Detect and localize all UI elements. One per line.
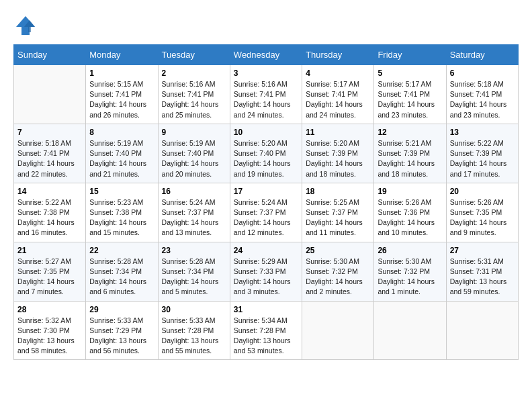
day-info: Sunrise: 5:28 AM Sunset: 7:34 PM Dayligh… — [162, 257, 226, 298]
day-number: 2 — [162, 68, 226, 78]
calendar-cell: 8Sunrise: 5:19 AM Sunset: 7:40 PM Daylig… — [86, 124, 158, 183]
day-number: 18 — [306, 187, 370, 196]
day-info: Sunrise: 5:26 AM Sunset: 7:35 PM Dayligh… — [450, 197, 515, 238]
day-info: Sunrise: 5:24 AM Sunset: 7:37 PM Dayligh… — [234, 197, 298, 238]
day-info: Sunrise: 5:30 AM Sunset: 7:32 PM Dayligh… — [306, 257, 370, 298]
day-info: Sunrise: 5:20 AM Sunset: 7:40 PM Dayligh… — [234, 138, 298, 179]
day-info: Sunrise: 5:23 AM Sunset: 7:38 PM Dayligh… — [89, 197, 154, 238]
day-info: Sunrise: 5:19 AM Sunset: 7:40 PM Dayligh… — [89, 138, 154, 179]
day-info: Sunrise: 5:20 AM Sunset: 7:39 PM Dayligh… — [306, 138, 370, 179]
day-number: 3 — [234, 68, 298, 78]
calendar-cell: 12Sunrise: 5:21 AM Sunset: 7:39 PM Dayli… — [374, 124, 446, 183]
day-info: Sunrise: 5:24 AM Sunset: 7:37 PM Dayligh… — [162, 197, 226, 238]
calendar-cell: 5Sunrise: 5:17 AM Sunset: 7:41 PM Daylig… — [374, 65, 446, 124]
day-number: 8 — [89, 128, 154, 137]
day-info: Sunrise: 5:22 AM Sunset: 7:38 PM Dayligh… — [17, 197, 82, 238]
calendar-cell: 25Sunrise: 5:30 AM Sunset: 7:32 PM Dayli… — [302, 242, 374, 301]
calendar-cell: 14Sunrise: 5:22 AM Sunset: 7:38 PM Dayli… — [14, 183, 86, 242]
day-info: Sunrise: 5:16 AM Sunset: 7:41 PM Dayligh… — [162, 79, 226, 120]
column-header-friday: Friday — [374, 45, 446, 65]
calendar-cell: 23Sunrise: 5:28 AM Sunset: 7:34 PM Dayli… — [158, 242, 230, 301]
day-info: Sunrise: 5:33 AM Sunset: 7:29 PM Dayligh… — [89, 316, 154, 357]
calendar-cell: 21Sunrise: 5:27 AM Sunset: 7:35 PM Dayli… — [14, 242, 86, 301]
calendar-cell: 6Sunrise: 5:18 AM Sunset: 7:41 PM Daylig… — [446, 65, 518, 124]
calendar-cell: 9Sunrise: 5:19 AM Sunset: 7:40 PM Daylig… — [158, 124, 230, 183]
calendar-cell: 11Sunrise: 5:20 AM Sunset: 7:39 PM Dayli… — [302, 124, 374, 183]
day-number: 31 — [234, 305, 298, 314]
logo — [13, 13, 40, 38]
page-header — [13, 13, 519, 38]
day-number: 25 — [306, 246, 370, 255]
day-number: 24 — [234, 246, 298, 255]
calendar-cell — [302, 301, 374, 360]
day-number: 16 — [162, 187, 226, 196]
calendar-cell: 18Sunrise: 5:25 AM Sunset: 7:37 PM Dayli… — [302, 183, 374, 242]
day-info: Sunrise: 5:25 AM Sunset: 7:37 PM Dayligh… — [306, 197, 370, 238]
calendar-cell: 31Sunrise: 5:34 AM Sunset: 7:28 PM Dayli… — [230, 301, 302, 360]
calendar-cell: 19Sunrise: 5:26 AM Sunset: 7:36 PM Dayli… — [374, 183, 446, 242]
day-info: Sunrise: 5:34 AM Sunset: 7:28 PM Dayligh… — [234, 316, 298, 357]
calendar-cell: 30Sunrise: 5:33 AM Sunset: 7:28 PM Dayli… — [158, 301, 230, 360]
calendar-table: SundayMondayTuesdayWednesdayThursdayFrid… — [13, 44, 519, 360]
calendar-header-row: SundayMondayTuesdayWednesdayThursdayFrid… — [14, 45, 519, 65]
day-number: 7 — [17, 128, 82, 137]
calendar-cell: 26Sunrise: 5:30 AM Sunset: 7:32 PM Dayli… — [374, 242, 446, 301]
calendar-cell — [14, 65, 86, 124]
day-number: 11 — [306, 128, 370, 137]
column-header-thursday: Thursday — [302, 45, 374, 65]
calendar-cell: 20Sunrise: 5:26 AM Sunset: 7:35 PM Dayli… — [446, 183, 518, 242]
day-number: 19 — [378, 187, 442, 196]
day-number: 6 — [450, 68, 515, 78]
calendar-cell: 22Sunrise: 5:28 AM Sunset: 7:34 PM Dayli… — [86, 242, 158, 301]
calendar-cell: 29Sunrise: 5:33 AM Sunset: 7:29 PM Dayli… — [86, 301, 158, 360]
day-info: Sunrise: 5:17 AM Sunset: 7:41 PM Dayligh… — [378, 79, 442, 120]
day-info: Sunrise: 5:26 AM Sunset: 7:36 PM Dayligh… — [378, 197, 442, 238]
day-info: Sunrise: 5:30 AM Sunset: 7:32 PM Dayligh… — [378, 257, 442, 298]
day-info: Sunrise: 5:28 AM Sunset: 7:34 PM Dayligh… — [89, 257, 154, 298]
day-info: Sunrise: 5:18 AM Sunset: 7:41 PM Dayligh… — [17, 138, 82, 179]
day-info: Sunrise: 5:21 AM Sunset: 7:39 PM Dayligh… — [378, 138, 442, 179]
day-info: Sunrise: 5:17 AM Sunset: 7:41 PM Dayligh… — [306, 79, 370, 120]
calendar-cell: 3Sunrise: 5:16 AM Sunset: 7:41 PM Daylig… — [230, 65, 302, 124]
calendar-cell: 4Sunrise: 5:17 AM Sunset: 7:41 PM Daylig… — [302, 65, 374, 124]
calendar-cell: 15Sunrise: 5:23 AM Sunset: 7:38 PM Dayli… — [86, 183, 158, 242]
calendar-cell: 2Sunrise: 5:16 AM Sunset: 7:41 PM Daylig… — [158, 65, 230, 124]
calendar-cell: 7Sunrise: 5:18 AM Sunset: 7:41 PM Daylig… — [14, 124, 86, 183]
day-number: 22 — [89, 246, 154, 255]
calendar-cell: 28Sunrise: 5:32 AM Sunset: 7:30 PM Dayli… — [14, 301, 86, 360]
calendar-cell: 17Sunrise: 5:24 AM Sunset: 7:37 PM Dayli… — [230, 183, 302, 242]
calendar-week-row: 14Sunrise: 5:22 AM Sunset: 7:38 PM Dayli… — [14, 183, 519, 242]
day-info: Sunrise: 5:32 AM Sunset: 7:30 PM Dayligh… — [17, 316, 82, 357]
day-info: Sunrise: 5:29 AM Sunset: 7:33 PM Dayligh… — [234, 257, 298, 298]
calendar-cell — [374, 301, 446, 360]
calendar-week-row: 21Sunrise: 5:27 AM Sunset: 7:35 PM Dayli… — [14, 242, 519, 301]
calendar-cell: 10Sunrise: 5:20 AM Sunset: 7:40 PM Dayli… — [230, 124, 302, 183]
day-info: Sunrise: 5:16 AM Sunset: 7:41 PM Dayligh… — [234, 79, 298, 120]
day-info: Sunrise: 5:19 AM Sunset: 7:40 PM Dayligh… — [162, 138, 226, 179]
calendar-cell: 24Sunrise: 5:29 AM Sunset: 7:33 PM Dayli… — [230, 242, 302, 301]
day-number: 20 — [450, 187, 515, 196]
day-info: Sunrise: 5:33 AM Sunset: 7:28 PM Dayligh… — [162, 316, 226, 357]
day-number: 1 — [89, 68, 154, 78]
day-info: Sunrise: 5:15 AM Sunset: 7:41 PM Dayligh… — [89, 79, 154, 120]
calendar-cell: 16Sunrise: 5:24 AM Sunset: 7:37 PM Dayli… — [158, 183, 230, 242]
column-header-wednesday: Wednesday — [230, 45, 302, 65]
calendar-week-row: 7Sunrise: 5:18 AM Sunset: 7:41 PM Daylig… — [14, 124, 519, 183]
day-number: 15 — [89, 187, 154, 196]
day-number: 28 — [17, 305, 82, 314]
day-number: 12 — [378, 128, 442, 137]
calendar-cell: 13Sunrise: 5:22 AM Sunset: 7:39 PM Dayli… — [446, 124, 518, 183]
column-header-tuesday: Tuesday — [158, 45, 230, 65]
day-info: Sunrise: 5:31 AM Sunset: 7:31 PM Dayligh… — [450, 257, 515, 298]
day-number: 21 — [17, 246, 82, 255]
day-info: Sunrise: 5:18 AM Sunset: 7:41 PM Dayligh… — [450, 79, 515, 120]
day-number: 26 — [378, 246, 442, 255]
logo-icon — [13, 13, 38, 38]
day-number: 5 — [378, 68, 442, 78]
day-number: 13 — [450, 128, 515, 137]
calendar-cell: 27Sunrise: 5:31 AM Sunset: 7:31 PM Dayli… — [446, 242, 518, 301]
day-number: 30 — [162, 305, 226, 314]
column-header-sunday: Sunday — [14, 45, 86, 65]
day-number: 10 — [234, 128, 298, 137]
calendar-cell: 1Sunrise: 5:15 AM Sunset: 7:41 PM Daylig… — [86, 65, 158, 124]
